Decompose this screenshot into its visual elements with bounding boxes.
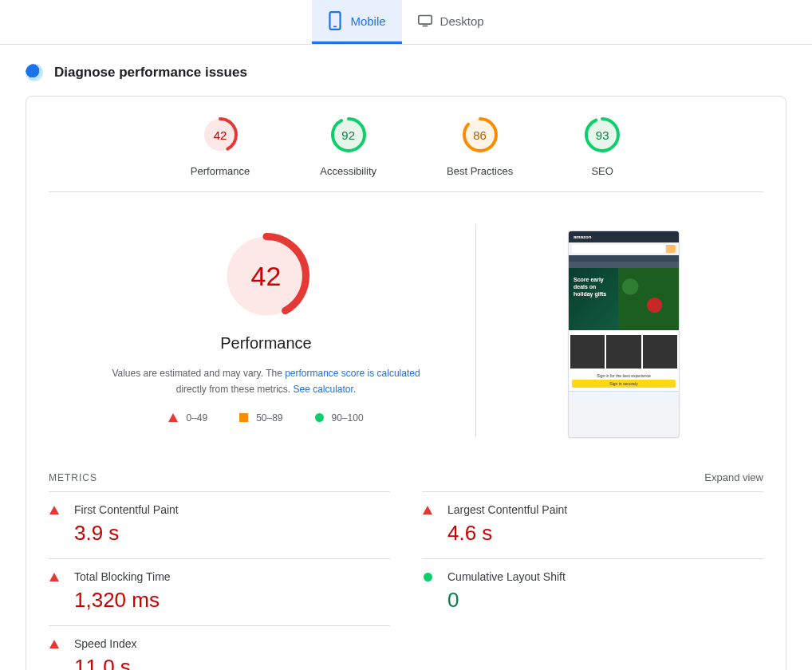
expand-view-toggle[interactable]: Expand view — [704, 471, 763, 483]
legend-shape-icon — [239, 413, 248, 422]
mobile-icon — [328, 11, 342, 30]
thumb-search — [572, 245, 676, 253]
gauge-value: 93 — [583, 116, 621, 154]
gauge-value: 42 — [201, 116, 239, 154]
thumb-deliver — [569, 262, 679, 268]
hero-left: 42 Performance Values are estimated and … — [57, 224, 476, 438]
gauge-label: Accessibility — [320, 165, 376, 177]
metric-largest-contentful-paint[interactable]: Largest Contentful Paint 4.6 s — [422, 491, 763, 558]
metric-name: Speed Index — [74, 637, 137, 650]
hero-description: Values are estimated and may vary. The p… — [107, 365, 426, 398]
metric-value: 3.9 s — [74, 521, 179, 546]
thumb-signin: Sign in for the best experience Sign in … — [569, 370, 679, 391]
legend-label: 0–49 — [186, 412, 207, 424]
link-see-calculator[interactable]: See calculator — [293, 384, 353, 395]
metric-first-contentful-paint[interactable]: First Contentful Paint 3.9 s — [49, 491, 390, 558]
thumb-alert — [569, 391, 679, 402]
svg-rect-3 — [422, 26, 428, 27]
metric-cumulative-layout-shift[interactable]: Cumulative Layout Shift 0 — [422, 558, 763, 625]
tab-desktop[interactable]: Desktop — [402, 0, 500, 44]
gauge-icon: 42 — [201, 116, 239, 154]
tab-mobile[interactable]: Mobile — [312, 0, 401, 44]
triangle-icon — [49, 506, 59, 514]
svg-rect-1 — [333, 26, 337, 28]
device-tabs: Mobile Desktop — [0, 0, 812, 45]
legend-label: 90–100 — [332, 412, 364, 424]
thumb-banner: Score early deals on holiday gifts — [569, 268, 679, 330]
legend-label: 50–89 — [256, 412, 282, 424]
gauge-icon: 86 — [461, 116, 499, 154]
score-best-practices[interactable]: 86 Best Practices — [447, 116, 513, 177]
metric-name: Largest Contentful Paint — [447, 503, 567, 516]
circle-icon — [424, 573, 432, 581]
performance-score-large: 42 — [223, 232, 310, 320]
link-score-calculated[interactable]: performance score is calculated — [285, 368, 420, 379]
performance-gauge-large: 42 — [223, 232, 310, 320]
score-accessibility[interactable]: 92 Accessibility — [320, 116, 376, 177]
legend-shape-icon — [315, 413, 324, 422]
metric-name: Cumulative Layout Shift — [447, 570, 566, 583]
score-legend: 0–4950–8990–100 — [168, 412, 363, 424]
metrics-title: METRICS — [49, 472, 97, 483]
score-seo[interactable]: 93 SEO — [583, 116, 621, 177]
triangle-icon — [49, 640, 59, 648]
gauge-label: Performance — [191, 165, 250, 177]
metric-value: 4.6 s — [447, 521, 567, 546]
gauge-icon: 92 — [329, 116, 368, 154]
metric-value: 11.0 s — [74, 655, 137, 670]
legend-item: 50–89 — [239, 412, 282, 424]
diagnose-header: Diagnose performance issues — [26, 64, 786, 81]
gauge-value: 92 — [329, 116, 368, 154]
desktop-icon — [418, 11, 432, 30]
gauge-label: SEO — [591, 165, 613, 177]
diagnose-title: Diagnose performance issues — [54, 65, 247, 81]
metric-value: 1,320 ms — [74, 588, 171, 613]
legend-shape-icon — [168, 413, 178, 422]
thumb-grid — [569, 330, 679, 370]
page-screenshot-thumbnail[interactable]: amazon Score early deals on holiday gift… — [568, 231, 680, 438]
triangle-icon — [423, 506, 432, 514]
score-summary-row: 42 Performance 92 Accessibility 86 Best … — [49, 112, 763, 192]
hero-title: Performance — [220, 334, 312, 353]
tab-desktop-label: Desktop — [440, 14, 484, 28]
performance-hero: 42 Performance Values are estimated and … — [49, 192, 763, 446]
tab-mobile-label: Mobile — [350, 14, 385, 28]
legend-item: 90–100 — [315, 412, 364, 424]
thumb-nav — [569, 255, 679, 262]
gauge-value: 86 — [461, 116, 499, 154]
thumb-header: amazon — [569, 231, 679, 242]
metric-name: First Contentful Paint — [74, 503, 179, 516]
legend-item: 0–49 — [168, 412, 207, 424]
svg-rect-2 — [418, 15, 431, 24]
metrics-grid: First Contentful Paint 3.9 s Largest Con… — [49, 491, 763, 670]
report-card: 42 Performance 92 Accessibility 86 Best … — [26, 96, 786, 670]
score-performance[interactable]: 42 Performance — [191, 116, 250, 177]
lighthouse-icon — [26, 64, 43, 81]
metric-name: Total Blocking Time — [74, 570, 171, 583]
metric-total-blocking-time[interactable]: Total Blocking Time 1,320 ms — [49, 558, 390, 625]
triangle-icon — [49, 573, 59, 581]
gauge-icon: 93 — [583, 116, 621, 154]
metrics-header: METRICS Expand view — [49, 446, 763, 491]
metric-value: 0 — [447, 588, 566, 613]
gauge-label: Best Practices — [447, 165, 513, 177]
hero-right: amazon Score early deals on holiday gift… — [492, 224, 755, 438]
metric-speed-index[interactable]: Speed Index 11.0 s — [49, 625, 390, 670]
